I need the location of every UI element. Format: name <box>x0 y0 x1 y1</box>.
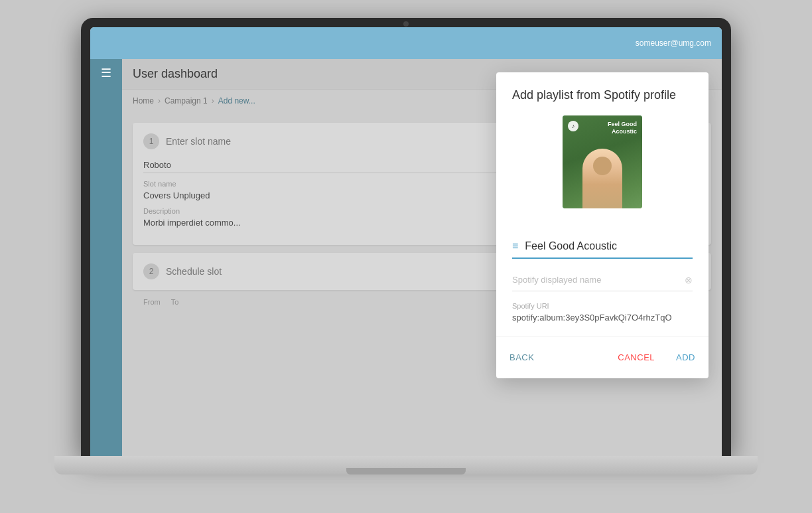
user-email: someuser@umg.com <box>636 38 711 48</box>
back-button[interactable]: BACK <box>502 347 542 368</box>
spotify-uri-value: spotify:album:3ey3S0pFavkQi7O4rhzTqO <box>512 313 693 323</box>
dialog-title: Add playlist from Spotify profile <box>512 88 693 102</box>
spotify-uri-label: Spotify URI <box>512 302 693 310</box>
menu-icon[interactable]: ☰ <box>101 67 111 79</box>
music-note-icon: ♪ <box>568 121 578 131</box>
spotify-name-placeholder: Spotify displayed name <box>512 275 685 285</box>
sidebar: ☰ <box>90 59 122 456</box>
cancel-button[interactable]: CANCEL <box>610 347 663 368</box>
dialog-actions: BACK CANCEL ADD <box>496 336 709 378</box>
app-header: someuser@umg.com <box>90 27 722 59</box>
playlist-name-field[interactable]: ≡ Feel Good Acoustic <box>512 235 693 259</box>
spotify-uri-section: Spotify URI spotify:album:3ey3S0pFavkQi7… <box>512 302 693 323</box>
laptop-base <box>54 456 758 475</box>
playlist-image-label: Feel GoodAcoustic <box>608 121 637 136</box>
clear-icon[interactable]: ⊗ <box>685 275 693 285</box>
dialog-overlay: Add playlist from Spotify profile ♪ Feel… <box>122 59 722 456</box>
playlist-name: Feel Good Acoustic <box>525 240 693 252</box>
spotify-name-field[interactable]: Spotify displayed name ⊗ <box>512 269 693 291</box>
playlist-icon: ≡ <box>512 240 518 252</box>
main-content: User dashboard Home › Campaign 1 › Add n… <box>122 59 722 456</box>
add-playlist-dialog: Add playlist from Spotify profile ♪ Feel… <box>496 72 709 378</box>
playlist-image: ♪ Feel GoodAcoustic <box>563 115 642 208</box>
add-button[interactable]: ADD <box>668 347 703 368</box>
camera-notch <box>403 21 409 27</box>
